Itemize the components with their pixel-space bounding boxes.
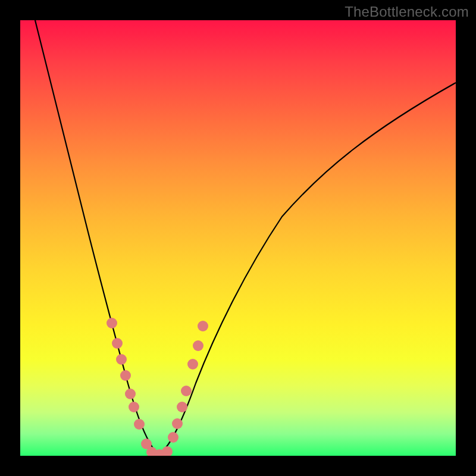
scatter-dots bbox=[107, 318, 208, 456]
dot bbox=[162, 446, 173, 456]
dot bbox=[116, 354, 127, 365]
left-curve bbox=[35, 20, 158, 455]
dot bbox=[193, 340, 203, 351]
dot bbox=[187, 359, 198, 369]
dot bbox=[134, 419, 145, 430]
dot bbox=[168, 432, 178, 443]
dot bbox=[107, 318, 117, 328]
dot bbox=[198, 321, 208, 331]
right-curve bbox=[158, 83, 456, 455]
chart-frame: TheBottleneck.com bbox=[0, 0, 476, 476]
dot bbox=[125, 389, 136, 399]
dot bbox=[112, 338, 123, 349]
curve-group bbox=[35, 20, 456, 455]
chart-svg bbox=[20, 20, 456, 456]
dot bbox=[181, 386, 192, 396]
dot bbox=[129, 402, 139, 412]
dot bbox=[172, 418, 183, 429]
dot bbox=[120, 370, 131, 381]
watermark-text: TheBottleneck.com bbox=[345, 4, 469, 20]
dot bbox=[177, 402, 187, 412]
plot-area bbox=[20, 20, 456, 456]
